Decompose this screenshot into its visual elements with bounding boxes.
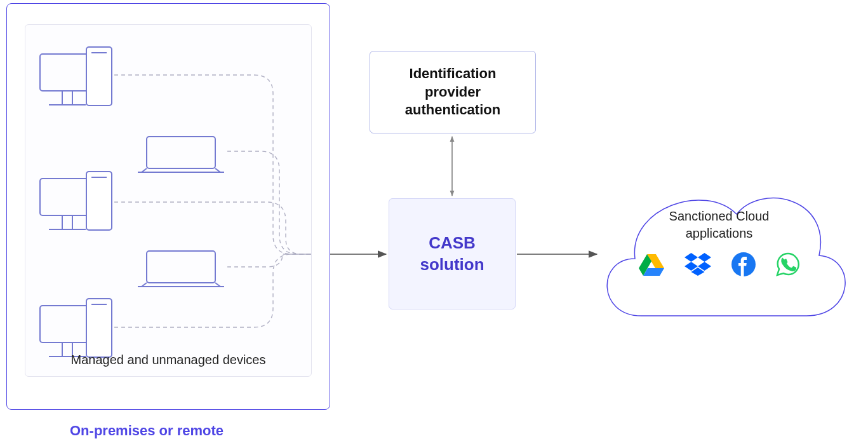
diagram-stage: Managed and unmanaged devices On-premise… — [0, 0, 868, 448]
desktop-icon — [39, 171, 119, 237]
svg-rect-18 — [147, 137, 215, 168]
casb-label: CASB solution — [420, 233, 484, 276]
dropbox-icon — [684, 253, 711, 276]
idp-box: Identification provider authentication — [370, 51, 536, 133]
svg-rect-16 — [86, 299, 112, 357]
idp-label: Identification provider authentication — [405, 65, 500, 119]
svg-rect-19 — [147, 251, 215, 283]
cloud-title: Sanctioned Cloud applications — [624, 208, 815, 242]
casb-box: CASB solution — [389, 198, 516, 309]
desktop-icon — [39, 46, 119, 112]
facebook-icon — [731, 252, 756, 276]
svg-rect-4 — [86, 47, 112, 105]
svg-marker-24 — [698, 253, 711, 262]
cloud-apps: Sanctioned Cloud applications — [584, 147, 854, 351]
svg-marker-23 — [684, 253, 698, 262]
laptop-icon — [137, 136, 225, 177]
cloud-app-icons — [639, 252, 800, 276]
whatsapp-icon — [776, 252, 800, 276]
svg-rect-10 — [86, 172, 112, 230]
devices-group: Managed and unmanaged devices — [25, 24, 312, 377]
cloud-outline-icon — [584, 147, 854, 351]
devices-group-label: Managed and unmanaged devices — [25, 353, 311, 367]
google-drive-icon — [639, 253, 664, 276]
laptop-icon — [137, 250, 225, 291]
onprem-footer-label: On-premises or remote — [70, 423, 224, 439]
onprem-panel: Managed and unmanaged devices — [6, 3, 330, 410]
